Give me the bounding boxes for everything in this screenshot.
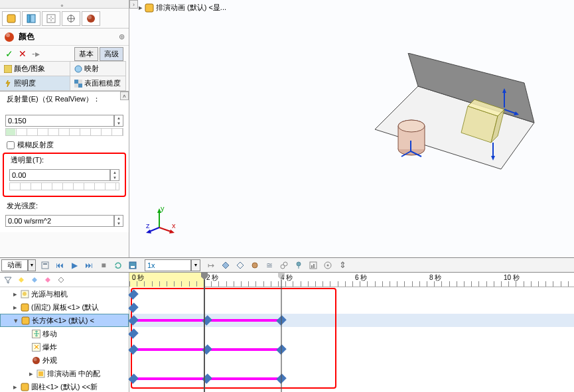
- add-key-icon[interactable]: [235, 260, 246, 271]
- property-manager-panel: ∘ 颜色 ⊚ ✓ ✕ -▸ 基本 高级 颜色: [0, 0, 129, 257]
- play-start-icon[interactable]: ⏮: [54, 260, 65, 271]
- feature-manager-tab[interactable]: [2, 11, 21, 26]
- dimxpert-tab[interactable]: [62, 11, 80, 26]
- illumination-tab[interactable]: 照明度: [0, 76, 70, 91]
- collapse-icon[interactable]: ⇕: [337, 260, 348, 271]
- svg-rect-70: [38, 371, 43, 376]
- reflection-row: ▲▼: [5, 115, 123, 127]
- spring-icon[interactable]: ≅: [264, 260, 275, 271]
- tree-lights-cameras[interactable]: ▸ 光源与相机: [0, 287, 129, 300]
- preview-icon[interactable]: -▸: [32, 48, 40, 59]
- play-icon[interactable]: ▶: [69, 260, 80, 271]
- study-type-dropdown[interactable]: ▼: [28, 259, 36, 271]
- config-manager-tab[interactable]: [42, 11, 60, 26]
- svg-text:y: y: [161, 204, 165, 212]
- autokey-icon[interactable]: [220, 260, 231, 271]
- tree-cuboid[interactable]: ▾ 长方体<1> (默认) <: [0, 314, 129, 327]
- tree-label: 圆柱<1> (默认) <<新: [31, 382, 98, 392]
- transparency-spinner[interactable]: ▲▼: [110, 169, 119, 181]
- expand-icon[interactable]: ▸: [12, 383, 19, 391]
- calculate-icon[interactable]: [40, 260, 50, 271]
- tree-label: 爆炸: [42, 342, 57, 352]
- basic-button[interactable]: 基本: [74, 47, 98, 61]
- anim-wizard-icon[interactable]: ↦: [206, 260, 216, 271]
- filter-selected-icon[interactable]: [42, 275, 53, 285]
- gravity-icon[interactable]: [293, 260, 304, 271]
- contact-icon[interactable]: [279, 260, 289, 271]
- svg-text:x: x: [172, 222, 176, 229]
- config-icon: [36, 369, 45, 378]
- model-3d[interactable]: [368, 53, 541, 179]
- luminous-input[interactable]: [5, 215, 114, 227]
- reflection-spinner[interactable]: ▲▼: [114, 115, 123, 127]
- svg-rect-71: [21, 383, 29, 391]
- svg-rect-2: [31, 15, 35, 23]
- svg-rect-11: [74, 80, 78, 84]
- pin-icon[interactable]: ⊚: [119, 33, 125, 41]
- config-tree-flyout[interactable]: ▸ 排演动画 (默认) <显...: [139, 3, 226, 13]
- color-image-tab[interactable]: 颜色/图象: [0, 61, 70, 76]
- expand-icon[interactable]: ▸: [28, 369, 35, 378]
- timeline-tree: ▸ 光源与相机 ▸ (固定) 展板<1> (默认 ▾ 长方体<1> (默认) <…: [0, 273, 129, 392]
- tree-cylinder[interactable]: ▸ 圆柱<1> (默认) <<新: [0, 380, 129, 392]
- view-triad[interactable]: y x z: [143, 204, 176, 237]
- filter-anim-icon[interactable]: [16, 275, 27, 285]
- filter-driven-icon[interactable]: [29, 275, 40, 285]
- move-icon: [32, 330, 40, 338]
- color-sphere-icon: [4, 32, 15, 42]
- dropdown-icon[interactable]: ∘: [60, 1, 65, 7]
- ok-button[interactable]: ✓: [5, 48, 13, 59]
- tab-label: 表面粗糙度: [84, 78, 121, 88]
- speed-dropdown[interactable]: ▼: [191, 259, 200, 271]
- expand-icon[interactable]: ▸: [12, 303, 19, 312]
- svg-point-48: [252, 263, 257, 268]
- playhead[interactable]: [204, 273, 205, 392]
- playback-speed[interactable]: 1x: [145, 259, 191, 271]
- filter-icon[interactable]: [3, 275, 13, 285]
- results-icon[interactable]: [308, 260, 319, 271]
- end-marker[interactable]: [281, 273, 282, 392]
- tree-fixed-board[interactable]: ▸ (固定) 展板<1> (默认: [0, 300, 129, 314]
- roughness-tab[interactable]: 表面粗糙度: [70, 76, 126, 91]
- filter-results-icon[interactable]: [56, 275, 66, 285]
- graphics-viewport[interactable]: › ▸ 排演动画 (默认) <显... y x z: [129, 0, 574, 257]
- save-anim-icon[interactable]: [127, 260, 138, 271]
- settings-icon[interactable]: [323, 260, 333, 271]
- play-end-icon[interactable]: ⏭: [84, 260, 94, 271]
- tree-explode[interactable]: 爆炸: [0, 340, 129, 354]
- advanced-button[interactable]: 高级: [100, 47, 123, 61]
- appearance-tab[interactable]: [82, 11, 100, 26]
- scroll-up-button[interactable]: ʌ: [120, 92, 129, 100]
- luminous-spinner[interactable]: ▲▼: [114, 215, 123, 227]
- blur-reflection-checkbox[interactable]: [7, 141, 15, 149]
- luminous-row: ▲▼: [5, 215, 123, 227]
- timeline-tracks[interactable]: 0 秒 2 秒 4 秒 6 秒 8 秒 10 秒: [129, 273, 574, 392]
- tree-config-anim[interactable]: ▸ 排演动画 中的配: [0, 367, 129, 380]
- transparency-label: 透明量(T):: [4, 155, 125, 168]
- collapse-icon[interactable]: ▾: [13, 316, 19, 325]
- svg-rect-42: [43, 263, 47, 265]
- mapping-tab[interactable]: 映射: [70, 61, 126, 76]
- property-manager-tab[interactable]: [22, 11, 40, 26]
- transparency-slider[interactable]: [9, 182, 119, 190]
- transparency-input[interactable]: [9, 169, 110, 181]
- svg-marker-46: [222, 262, 229, 269]
- svg-rect-9: [4, 65, 12, 73]
- flyout-toggle-button[interactable]: ›: [129, 0, 138, 9]
- tree-appearance[interactable]: 外观: [0, 354, 129, 367]
- tree-move[interactable]: 移动: [0, 327, 129, 340]
- reflection-input[interactable]: [5, 115, 114, 127]
- motor-icon[interactable]: [250, 260, 260, 271]
- svg-rect-54: [311, 265, 313, 268]
- stop-icon[interactable]: ■: [98, 260, 109, 271]
- expand-icon[interactable]: ▸: [139, 3, 143, 12]
- loop-icon[interactable]: [113, 260, 123, 271]
- svg-marker-58: [19, 277, 24, 283]
- svg-rect-1: [27, 15, 30, 23]
- cancel-button[interactable]: ✕: [19, 48, 27, 59]
- reflection-label: 反射量(E)（仅 RealView）：: [0, 92, 129, 107]
- svg-rect-65: [22, 317, 29, 324]
- timeline-ruler[interactable]: 0 秒 2 秒 4 秒 6 秒 8 秒 10 秒: [129, 273, 574, 287]
- reflection-slider[interactable]: [5, 128, 123, 136]
- expand-icon[interactable]: ▸: [12, 290, 19, 298]
